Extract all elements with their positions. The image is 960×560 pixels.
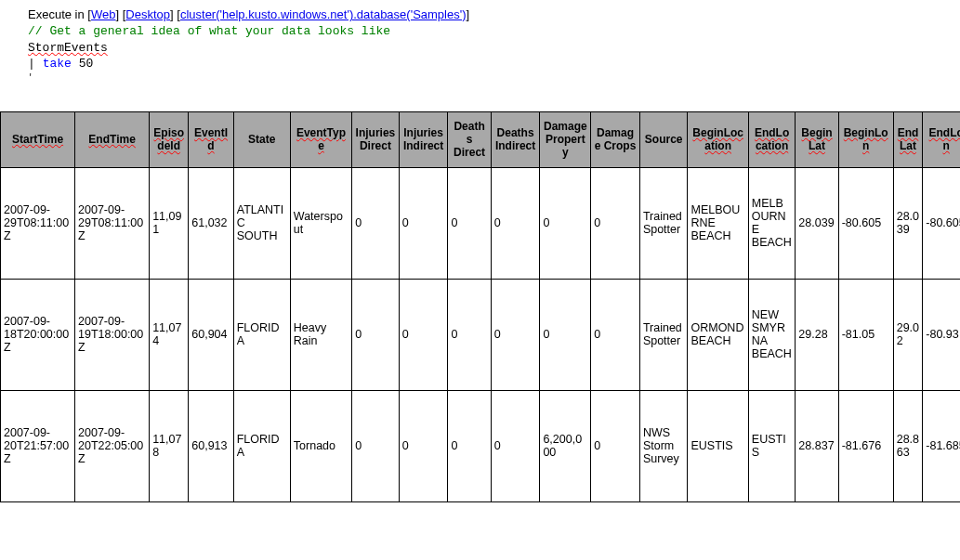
col-EventId[interactable]: EventId	[189, 111, 233, 167]
cell-DamageCrops[interactable]: 0	[591, 279, 640, 390]
cell-DamageCrops[interactable]: 0	[591, 390, 640, 501]
cell-StartTime[interactable]: 2007-09-20T21:57:00Z	[1, 390, 75, 501]
col-EventType[interactable]: EventType	[290, 111, 351, 167]
code-identifier: StormEvents	[28, 41, 108, 55]
caret-mark: '	[28, 72, 951, 84]
cell-DeathsIndirect[interactable]: 0	[491, 390, 540, 501]
code-comment: // Get a general idea of what your data …	[28, 24, 390, 38]
cell-EndLat[interactable]: 28.039	[893, 167, 923, 279]
col-Source[interactable]: Source	[639, 111, 688, 167]
col-BeginLon[interactable]: BeginLon	[838, 111, 893, 167]
cell-InjuriesIndirect[interactable]: 0	[399, 390, 448, 501]
cell-BeginLocation[interactable]: EUSTIS	[688, 390, 748, 501]
cell-StartTime[interactable]: 2007-09-18T20:00:00Z	[1, 279, 75, 390]
col-BeginLocation[interactable]: BeginLocation	[688, 111, 748, 167]
cell-EpisodeId[interactable]: 11,078	[150, 390, 189, 501]
cell-DeathsDirect[interactable]: 0	[448, 167, 491, 279]
col-StartTime[interactable]: StartTime	[1, 111, 75, 167]
cell-State[interactable]: FLORIDA	[233, 279, 290, 390]
cell-EndTime[interactable]: 2007-09-20T22:05:00Z	[75, 390, 150, 501]
cell-EventId[interactable]: 61,032	[189, 167, 233, 279]
cell-BeginLocation[interactable]: MELBOURNE BEACH	[688, 167, 748, 279]
cell-EpisodeId[interactable]: 11,074	[150, 279, 189, 390]
cell-DeathsIndirect[interactable]: 0	[491, 167, 540, 279]
cell-InjuriesIndirect[interactable]: 0	[399, 167, 448, 279]
cell-BeginLat[interactable]: 28.039	[796, 167, 838, 279]
cell-InjuriesIndirect[interactable]: 0	[399, 279, 448, 390]
cell-EndTime[interactable]: 2007-09-29T08:11:00Z	[75, 167, 150, 279]
link-cluster[interactable]: cluster('help.kusto.windows.net').databa…	[180, 7, 467, 21]
col-EndTime[interactable]: EndTime	[75, 111, 150, 167]
cell-EndLon[interactable]: -81.685	[923, 390, 960, 501]
cell-BeginLat[interactable]: 29.28	[796, 279, 838, 390]
cell-InjuriesDirect[interactable]: 0	[352, 390, 400, 501]
execute-header: Execute in [Web] [Desktop] [cluster('hel…	[28, 7, 951, 21]
cell-EndLat[interactable]: 29.02	[893, 279, 923, 390]
cell-StartTime[interactable]: 2007-09-29T08:11:00Z	[1, 167, 75, 279]
col-DeathsDirect[interactable]: Deaths Direct	[448, 111, 491, 167]
cell-Source[interactable]: Trained Spotter	[639, 279, 688, 390]
code-keyword: take	[43, 57, 72, 71]
cell-DamageProperty[interactable]: 0	[540, 279, 591, 390]
col-EpisodeId[interactable]: EpisodeId	[150, 111, 189, 167]
cell-BeginLocation[interactable]: ORMOND BEACH	[688, 279, 748, 390]
col-DamageCrops[interactable]: Damage Crops	[591, 111, 640, 167]
col-InjuriesIndirect[interactable]: Injuries Indirect	[399, 111, 448, 167]
cell-EndLocation[interactable]: MELBOURNE BEACH	[748, 167, 796, 279]
cell-State[interactable]: ATLANTIC SOUTH	[233, 167, 290, 279]
col-BeginLat[interactable]: BeginLat	[796, 111, 838, 167]
link-web[interactable]: Web	[91, 7, 116, 21]
results-grid-wrapper: StartTimeEndTimeEpisodeIdEventIdStateEve…	[0, 111, 960, 502]
cell-BeginLon[interactable]: -80.605	[838, 167, 893, 279]
cell-EndLon[interactable]: -80.605	[923, 167, 960, 279]
code-pipe: |	[28, 57, 35, 71]
col-EndLat[interactable]: EndLat	[893, 111, 923, 167]
cell-BeginLat[interactable]: 28.837	[796, 390, 838, 501]
col-InjuriesDirect[interactable]: Injuries Direct	[352, 111, 400, 167]
cell-Source[interactable]: NWS Storm Survey	[639, 390, 688, 501]
col-EndLocation[interactable]: EndLocation	[748, 111, 796, 167]
execute-label: Execute in	[28, 7, 85, 21]
cell-EndLocation[interactable]: NEW SMYRNA BEACH	[748, 279, 796, 390]
cell-EventId[interactable]: 60,913	[189, 390, 233, 501]
cell-EpisodeId[interactable]: 11,091	[150, 167, 189, 279]
cell-BeginLon[interactable]: -81.05	[838, 279, 893, 390]
cell-EventType[interactable]: Waterspout	[290, 167, 351, 279]
cell-EndLocation[interactable]: EUSTIS	[748, 390, 796, 501]
table-row[interactable]: 2007-09-29T08:11:00Z2007-09-29T08:11:00Z…	[1, 167, 961, 279]
cell-DeathsDirect[interactable]: 0	[448, 279, 491, 390]
col-EndLon[interactable]: EndLon	[923, 111, 960, 167]
cell-EndTime[interactable]: 2007-09-19T18:00:00Z	[75, 279, 150, 390]
cell-DamageCrops[interactable]: 0	[591, 167, 640, 279]
cell-DeathsDirect[interactable]: 0	[448, 390, 491, 501]
cell-InjuriesDirect[interactable]: 0	[352, 167, 400, 279]
col-DamageProperty[interactable]: Damage Property	[540, 111, 591, 167]
cell-DamageProperty[interactable]: 6,200,000	[540, 390, 591, 501]
query-editor[interactable]: // Get a general idea of what your data …	[28, 23, 951, 84]
cell-DamageProperty[interactable]: 0	[540, 167, 591, 279]
col-State[interactable]: State	[233, 111, 290, 167]
cell-EndLon[interactable]: -80.93	[923, 279, 960, 390]
cell-EventType[interactable]: Heavy Rain	[290, 279, 351, 390]
cell-EventId[interactable]: 60,904	[189, 279, 233, 390]
cell-Source[interactable]: Trained Spotter	[639, 167, 688, 279]
code-number: 50	[79, 57, 94, 71]
table-row[interactable]: 2007-09-18T20:00:00Z2007-09-19T18:00:00Z…	[1, 279, 961, 390]
col-DeathsIndirect[interactable]: Deaths Indirect	[491, 111, 540, 167]
results-table: StartTimeEndTimeEpisodeIdEventIdStateEve…	[0, 111, 960, 502]
cell-BeginLon[interactable]: -81.676	[838, 390, 893, 501]
link-desktop[interactable]: Desktop	[125, 7, 170, 21]
cell-DeathsIndirect[interactable]: 0	[491, 279, 540, 390]
cell-InjuriesDirect[interactable]: 0	[352, 279, 400, 390]
cell-EndLat[interactable]: 28.863	[893, 390, 923, 501]
table-row[interactable]: 2007-09-20T21:57:00Z2007-09-20T22:05:00Z…	[1, 390, 961, 501]
cell-State[interactable]: FLORIDA	[233, 390, 290, 501]
cell-EventType[interactable]: Tornado	[290, 390, 351, 501]
table-header-row: StartTimeEndTimeEpisodeIdEventIdStateEve…	[1, 111, 961, 167]
